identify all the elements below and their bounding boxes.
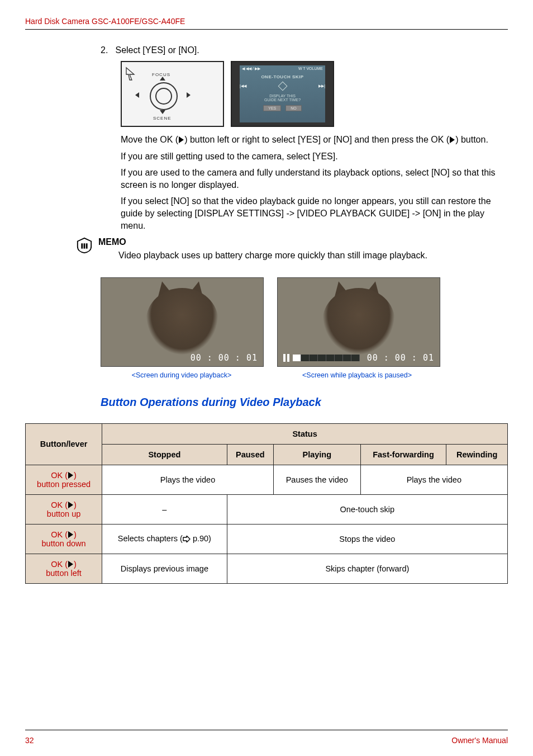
dial-left-icon	[135, 92, 139, 98]
guide-line2a: DISPLAY THIS	[240, 94, 325, 98]
guide-line2b: GUIDE NEXT TIME?	[240, 98, 325, 102]
memo-title: MEMO	[98, 237, 508, 247]
play-icon	[450, 136, 455, 143]
play-icon	[68, 502, 73, 508]
caption-paused: <Screen while playback is paused>	[276, 371, 438, 379]
row-left: OK () button left	[26, 554, 102, 583]
page-number: 32	[25, 736, 34, 745]
cell: Pauses the video	[273, 465, 360, 494]
guide-yes-button: YES	[263, 105, 281, 111]
guide-screen: ◀ ◀◀ / ▶▶ W T VOLUME ONE-TOUCH SKIP |◀◀ …	[231, 61, 334, 127]
cell: One-touch skip	[227, 494, 507, 524]
timecode: 00 : 00 : 01	[191, 353, 258, 363]
memo-icon	[76, 237, 93, 254]
cell: Displays previous image	[102, 554, 227, 583]
dial-diagram: FOCUS SCENE	[121, 61, 224, 127]
footer-label: Owner's Manual	[451, 736, 508, 745]
section-title: Button Operations during Video Playback	[101, 396, 508, 409]
header-rule	[25, 29, 508, 30]
cell: Plays the video	[102, 465, 274, 494]
pointer-icon	[125, 67, 136, 81]
guide-diamond-icon	[278, 82, 287, 91]
col-playing: Playing	[273, 444, 360, 465]
playback-screen: 00 : 00 : 01	[101, 277, 264, 367]
cell: –	[102, 494, 227, 524]
guide-screenshot-pair: FOCUS SCENE ◀ ◀◀ / ▶▶ W T VOLUME ONE-TOU…	[121, 61, 508, 127]
paragraph-no: If you are used to the camera and fully …	[121, 167, 508, 191]
row-up: OK () button up	[26, 494, 102, 524]
pause-icon	[283, 354, 289, 362]
progress-bar	[293, 355, 360, 361]
paragraph-restore: If you select [NO] so that the video pla…	[121, 195, 508, 231]
cell: Plays the video	[360, 465, 507, 494]
dial-up-icon	[160, 77, 165, 81]
col-rewinding: Rewinding	[446, 444, 508, 465]
cell: Selects chapters ( p.90)	[102, 524, 227, 554]
col-paused: Paused	[227, 444, 273, 465]
guide-fwd-icon: ▶▶|	[318, 84, 325, 88]
step-line: 2. Select [YES] or [NO].	[101, 45, 508, 55]
status-header: Status	[102, 423, 508, 444]
play-icon	[68, 531, 73, 538]
step-number: 2.	[101, 45, 113, 55]
svg-rect-1	[84, 243, 85, 248]
cell: Stops the video	[227, 524, 507, 554]
svg-rect-2	[86, 243, 88, 248]
guide-rev-icon: |◀◀	[240, 84, 246, 88]
timecode: 00 : 00 : 01	[367, 353, 434, 363]
col-stopped: Stopped	[102, 444, 227, 465]
running-header: Hard Disk Camera GSC-A100FE/GSC-A40FE	[25, 17, 508, 26]
row-down: OK () button down	[26, 524, 102, 554]
step-text: Select [YES] or [NO].	[115, 45, 199, 55]
dial-ring-icon	[150, 82, 178, 110]
paragraph-yes: If you are still getting used to the cam…	[121, 150, 508, 163]
paragraph-move-ok: Move the OK () button left or right to s…	[121, 134, 508, 146]
col-button: Button/lever	[26, 423, 102, 465]
footer-rule	[25, 730, 508, 730]
guide-no-button: NO	[285, 105, 302, 111]
operations-table: Button/lever Status Stopped Paused Playi…	[25, 423, 508, 584]
row-pressed: OK () button pressed	[26, 465, 102, 494]
play-icon	[179, 136, 184, 143]
play-icon	[68, 561, 73, 568]
dial-down-icon	[160, 110, 165, 114]
guide-heading: ONE-TOUCH SKIP	[240, 74, 325, 79]
play-icon	[68, 472, 73, 479]
guide-top-left: ◀ ◀◀ / ▶▶	[242, 67, 260, 71]
memo-text: Video playback uses up battery charge mo…	[118, 249, 508, 262]
guide-top-right: W T VOLUME	[298, 67, 323, 71]
cell: Skips chapter (forward)	[227, 554, 507, 583]
col-ff: Fast-forwarding	[360, 444, 446, 465]
caption-playing: <Screen during video playback>	[101, 371, 263, 379]
svg-rect-0	[81, 243, 83, 248]
dial-scene-label: SCENE	[153, 116, 172, 121]
paused-screen: 00 : 00 : 01	[277, 277, 440, 367]
arrow-right-icon	[183, 535, 191, 544]
dial-right-icon	[187, 92, 191, 98]
